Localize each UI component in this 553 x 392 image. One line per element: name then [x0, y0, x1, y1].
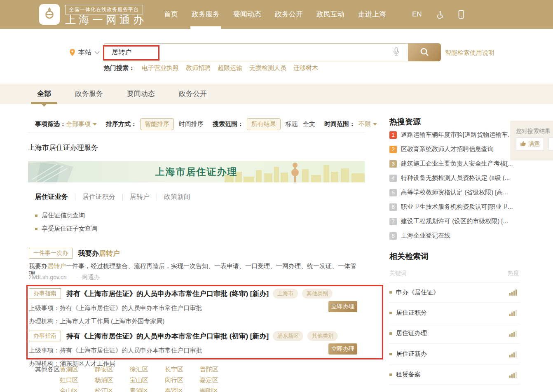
- related-term-row[interactable]: 居住证办理: [389, 323, 519, 344]
- nav-about-shanghai[interactable]: 走进上海: [358, 0, 386, 29]
- district-link[interactable]: 黄浦区: [60, 366, 95, 373]
- related-terms-list: 申办《居住证》 居住证积分 居住证办理 居住证新办 租赁备案: [389, 282, 519, 385]
- district-link[interactable]: 青浦区: [130, 387, 165, 392]
- one-thing-title[interactable]: 我要办: [78, 249, 99, 258]
- bullet-icon: [35, 228, 37, 230]
- card-tab-policy-news[interactable]: 政策新闻: [164, 193, 190, 201]
- search-button[interactable]: [408, 43, 441, 61]
- handle-now-button[interactable]: 立即办理: [328, 301, 357, 312]
- hot-resource-item[interactable]: 5 高等学校教师资格认定 (省级权限) [高...: [389, 189, 508, 196]
- district-link[interactable]: 松江区: [95, 387, 130, 392]
- rank-badge: 3: [389, 160, 397, 168]
- mobile-icon[interactable]: [458, 10, 464, 19]
- related-term-row[interactable]: 居住证积分: [389, 303, 519, 323]
- guide-title[interactable]: 持有《上海市居住证》的人员申办本市常住户口审批 (终审) [新办]: [66, 289, 269, 299]
- district-link[interactable]: 静安区: [95, 366, 130, 373]
- hot-search-link[interactable]: 超限运输: [218, 64, 242, 72]
- hot-search-link[interactable]: 迁移树木: [293, 64, 318, 72]
- header-nav: 首页 政务服务 要闻动态 政务公开 政民互动 走进上海 EN: [164, 0, 464, 29]
- heat-bars-icon: [509, 351, 517, 357]
- category-tag: 其他类别: [302, 289, 333, 299]
- category-tag: 其他类别: [307, 331, 338, 341]
- hot-resource-item[interactable]: 3 建筑施工企业主要负责人安全生产考核[...: [389, 160, 513, 168]
- district-link[interactable]: 普陀区: [200, 366, 235, 373]
- district-link[interactable]: 崇明区: [200, 387, 235, 392]
- handle-now-button[interactable]: 立即办理: [328, 343, 357, 355]
- source-site: 一网通办: [77, 274, 100, 281]
- location-pin-icon: [69, 49, 75, 56]
- hot-search-link[interactable]: 无损检测人员: [249, 64, 286, 72]
- related-terms-title: 相关检索词: [389, 251, 429, 262]
- caret-down-icon: [373, 123, 377, 126]
- time-range-label: 时间范围：: [324, 120, 355, 128]
- card-link-children-query[interactable]: 享受居住证子女查询: [35, 225, 97, 233]
- residence-permit-banner[interactable]: 上海市居住证办理: [28, 161, 365, 182]
- district-link[interactable]: 嘉定区: [200, 376, 235, 384]
- related-term-row[interactable]: 租赁备案: [389, 364, 519, 385]
- one-thing-title-highlight[interactable]: 居转户: [99, 249, 120, 258]
- accessibility-icon[interactable]: [436, 10, 444, 19]
- time-range-dropdown[interactable]: 不限: [359, 120, 371, 128]
- card-tab-hukou-transfer[interactable]: 居转户: [130, 193, 150, 201]
- scope-title-button[interactable]: 标题: [286, 120, 298, 128]
- mic-icon[interactable]: [393, 47, 400, 58]
- sort-time-button[interactable]: 时间排序: [179, 120, 204, 128]
- header: 全国一体化在线政务服务平台 上海一网通办 首页 政务服务 要闻动态 政务公开 政…: [0, 0, 553, 29]
- nav-language-en[interactable]: EN: [412, 0, 422, 29]
- tab-services[interactable]: 政务服务: [75, 84, 103, 104]
- search-input[interactable]: [104, 43, 408, 61]
- smart-search-help-link[interactable]: 智能检索使用说明: [445, 49, 494, 57]
- unsatisfied-button-clipped[interactable]: [548, 138, 553, 150]
- card-tab-residence-business[interactable]: 居住证业务: [35, 193, 68, 201]
- service-card-tabs: 居住证业务 居住证积分 居转户 政策新闻: [35, 193, 190, 201]
- tab-all[interactable]: 全部: [37, 84, 51, 104]
- result-service-title[interactable]: 上海市居住证办理服务: [28, 143, 98, 152]
- bullet-icon: [389, 373, 392, 376]
- region-tag: 上海市: [273, 289, 298, 299]
- card-link-info-query[interactable]: 居住证信息查询: [35, 212, 85, 219]
- scope-all-button[interactable]: 所有结果: [247, 118, 281, 130]
- rank-badge: 7: [389, 218, 397, 225]
- nav-services[interactable]: 政务服务: [192, 0, 220, 29]
- site-logo[interactable]: [39, 4, 60, 25]
- district-link[interactable]: 奉贤区: [165, 387, 200, 392]
- hot-resource-item[interactable]: 1 道路运输车辆年度审验[道路货物运输车...: [389, 131, 513, 139]
- district-link[interactable]: 长宁区: [165, 366, 200, 373]
- nav-interaction[interactable]: 政民互动: [316, 0, 344, 29]
- district-link[interactable]: 宝山区: [130, 376, 165, 384]
- item-filter-dropdown[interactable]: 全部事项: [66, 120, 91, 128]
- district-link[interactable]: 杨浦区: [95, 376, 130, 384]
- hot-resource-item[interactable]: 4 特种设备无损检测人员资格认定 (II级 (...: [389, 174, 510, 182]
- district-link[interactable]: 金山区: [60, 387, 95, 392]
- scope-fulltext-button[interactable]: 全文: [303, 120, 315, 128]
- nav-news[interactable]: 要闻动态: [233, 0, 261, 29]
- hot-search-link[interactable]: 电子营业执照: [142, 64, 179, 72]
- related-term-row[interactable]: 申办《居住证》: [389, 282, 519, 303]
- tab-news[interactable]: 要闻动态: [127, 84, 155, 104]
- site-title: 上海一网通办: [65, 13, 147, 27]
- heat-bars-icon: [509, 330, 517, 337]
- rank-badge: 4: [389, 175, 397, 182]
- agency-value: 上海市人才工作局 (上海市外国专家局): [60, 317, 164, 325]
- nav-home[interactable]: 首页: [164, 0, 178, 29]
- hot-search-link[interactable]: 教师招聘: [186, 64, 211, 72]
- hot-resource-item[interactable]: 7 建设工程规划许可 (设区的市级权限) [...: [389, 217, 508, 225]
- hot-resource-item[interactable]: 2 区教育系统教师人才招聘信息查询: [389, 145, 494, 153]
- search-scope-selector[interactable]: 本站: [69, 48, 98, 57]
- satisfied-button[interactable]: 满意: [516, 138, 544, 150]
- sort-smart-button[interactable]: 智能排序: [140, 118, 174, 130]
- guide-badge: 办事指南: [29, 288, 61, 299]
- hot-resource-item[interactable]: 6 职业卫生技术服务机构资质认可[职业卫...: [389, 203, 513, 211]
- card-tab-points[interactable]: 居住证积分: [82, 193, 115, 201]
- parent-item-value: 持有《上海市居住证》的人员申办本市常住户口审批: [60, 304, 202, 312]
- district-link[interactable]: 虹口区: [60, 376, 95, 384]
- parent-item-label: 上级事项：: [29, 347, 60, 355]
- bullet-icon: [389, 312, 392, 314]
- district-link[interactable]: 徐汇区: [130, 366, 165, 373]
- district-link[interactable]: 闵行区: [165, 376, 200, 384]
- related-term-row[interactable]: 居住证新办: [389, 344, 519, 364]
- tab-disclosure[interactable]: 政务公开: [179, 84, 207, 104]
- guide-title[interactable]: 持有《上海市居住证》的人员申办本市常住户口审批 (初审) [新办]: [66, 331, 269, 341]
- nav-disclosure[interactable]: 政务公开: [275, 0, 303, 29]
- hot-resource-item[interactable]: 8 上海企业登记在线: [389, 232, 450, 240]
